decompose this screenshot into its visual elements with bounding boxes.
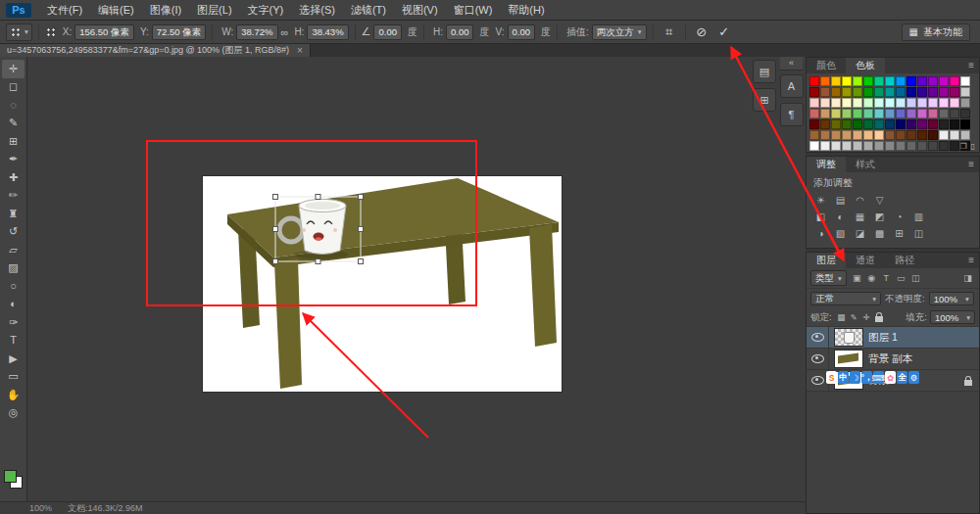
color-swatch[interactable] (928, 109, 938, 118)
path-selection-tool[interactable]: ▶ (2, 350, 24, 368)
canvas-pasteboard[interactable] (27, 57, 806, 502)
color-swatch[interactable] (917, 141, 927, 151)
color-swatch[interactable] (874, 130, 884, 140)
skew-v-field[interactable]: 0.00 (508, 24, 536, 40)
color-swatch[interactable] (960, 130, 970, 140)
color-swatch[interactable] (950, 87, 959, 97)
color-swatch[interactable] (842, 119, 852, 129)
color-swatch[interactable] (863, 119, 873, 129)
dodge-tool[interactable]: ◐ (2, 296, 24, 314)
document-canvas[interactable] (203, 176, 562, 392)
close-tab-icon[interactable]: × (297, 45, 303, 56)
interpolation-select[interactable]: 两次立方 ▾ (592, 24, 647, 40)
color-swatch[interactable] (831, 87, 841, 97)
brush-tool[interactable]: ✏ (2, 187, 24, 206)
color-swatch[interactable] (853, 141, 862, 151)
layer-filter-icon[interactable]: T (879, 271, 894, 285)
color-swatch[interactable] (863, 76, 873, 86)
tool-preset-picker[interactable]: ▾ (6, 23, 32, 41)
color-swatch[interactable] (874, 76, 884, 86)
color-swatch[interactable] (906, 76, 916, 86)
color-swatch[interactable] (842, 87, 852, 97)
adjustment-icon[interactable]: ▦ (852, 210, 868, 224)
adjustment-icon[interactable]: ▩ (871, 226, 888, 241)
eraser-tool[interactable]: ▱ (2, 241, 24, 259)
reference-point-locator[interactable] (45, 26, 57, 38)
color-swatch[interactable] (853, 109, 862, 118)
color-swatch[interactable] (896, 76, 906, 86)
color-swatch[interactable] (809, 76, 819, 86)
pen-tool[interactable]: ✑ (2, 313, 24, 332)
spot-healing-tool[interactable]: ✚ (2, 168, 24, 187)
adjustment-icon[interactable]: ▥ (910, 210, 927, 224)
color-swatch[interactable] (896, 119, 906, 129)
panel-menu-icon[interactable]: ≡ (968, 60, 974, 70)
panel-menu-icon[interactable]: ≡ (968, 159, 974, 169)
color-swatch[interactable] (863, 109, 873, 118)
color-swatch[interactable] (820, 109, 830, 118)
type-tool[interactable]: T (2, 332, 24, 350)
move-tool[interactable]: ✛ (2, 60, 24, 78)
color-swatch[interactable] (874, 141, 884, 151)
menu-item[interactable]: 文件(F) (39, 0, 90, 20)
color-swatch[interactable] (809, 87, 819, 97)
properties-panel[interactable]: ▤ (753, 60, 776, 83)
color-swatch[interactable] (831, 98, 841, 108)
color-swatch[interactable] (950, 76, 959, 86)
background-copy[interactable]: 背景 副本 (807, 349, 979, 370)
layer-filter-icon[interactable]: ◉ (864, 271, 879, 285)
opacity-select[interactable]: 100% ▾ (929, 292, 974, 305)
layer-filter-icon[interactable]: ◫ (908, 271, 923, 285)
adjustment-icon[interactable]: ▤ (832, 193, 849, 208)
color-swatch[interactable] (950, 119, 959, 129)
adjustment-icon[interactable]: ◐ (832, 210, 849, 224)
paragraph-panel[interactable]: ¶ (780, 103, 804, 126)
menu-item[interactable]: 图层(L) (189, 0, 239, 20)
color-swatch[interactable] (820, 98, 830, 108)
expand-panels-button[interactable]: « (780, 57, 803, 70)
color-swatch[interactable] (939, 141, 949, 151)
color-swatch[interactable] (917, 98, 927, 108)
color-swatch[interactable] (928, 119, 938, 129)
color-swatch[interactable] (939, 119, 949, 129)
color-swatch[interactable] (896, 87, 906, 97)
ime-emoji[interactable]: ✿ (885, 371, 896, 384)
color-swatch[interactable] (906, 141, 916, 151)
adjustment-icon[interactable]: ◪ (852, 226, 868, 241)
visibility-toggle[interactable] (807, 327, 829, 348)
panel-tab[interactable]: 通道 (846, 253, 885, 268)
panel-tab[interactable]: 颜色 (807, 58, 846, 73)
color-swatch[interactable] (906, 130, 916, 140)
zoom-tool[interactable]: ◎ (2, 404, 24, 423)
color-swatch[interactable] (906, 98, 916, 108)
color-swatch[interactable] (885, 119, 895, 129)
color-swatch[interactable] (885, 130, 895, 140)
color-swatch[interactable] (842, 76, 852, 86)
adjustment-icon[interactable]: ⊞ (891, 226, 907, 241)
commit-transform-button[interactable]: ✓ (714, 23, 734, 40)
color-swatch[interactable] (874, 98, 884, 108)
rotation-field[interactable]: 0.00 (373, 24, 402, 40)
color-swatch[interactable] (896, 98, 906, 108)
color-swatch[interactable] (928, 87, 938, 97)
ime-halfwidth-moon[interactable]: ☽ (850, 371, 860, 384)
y-position-field[interactable]: 72.50 像素 (152, 24, 206, 40)
color-swatch[interactable] (831, 141, 841, 151)
adjustment-icon[interactable]: ◫ (910, 226, 927, 241)
adjustment-icon[interactable]: ▽ (871, 193, 888, 208)
panel-tab[interactable]: 路径 (885, 253, 924, 268)
color-swatch[interactable] (906, 119, 916, 129)
menu-item[interactable]: 编辑(E) (90, 0, 142, 20)
workspace-switcher[interactable]: ▦ 基本功能 (902, 23, 970, 41)
color-swatch[interactable] (809, 141, 819, 151)
color-swatch[interactable] (863, 141, 873, 151)
color-swatch[interactable] (853, 87, 862, 97)
lasso-tool[interactable]: ◌ (2, 96, 24, 115)
delete-swatch-icon[interactable]: ▯ (971, 142, 975, 151)
menu-item[interactable]: 滤镜(T) (343, 0, 394, 20)
adjustment-icon[interactable]: ☀ (812, 193, 829, 208)
height-field[interactable]: 38.43% (307, 24, 348, 40)
color-swatch[interactable] (863, 130, 873, 140)
ime-chinese-mode[interactable]: 中 (838, 371, 849, 384)
color-swatch[interactable] (917, 109, 927, 118)
